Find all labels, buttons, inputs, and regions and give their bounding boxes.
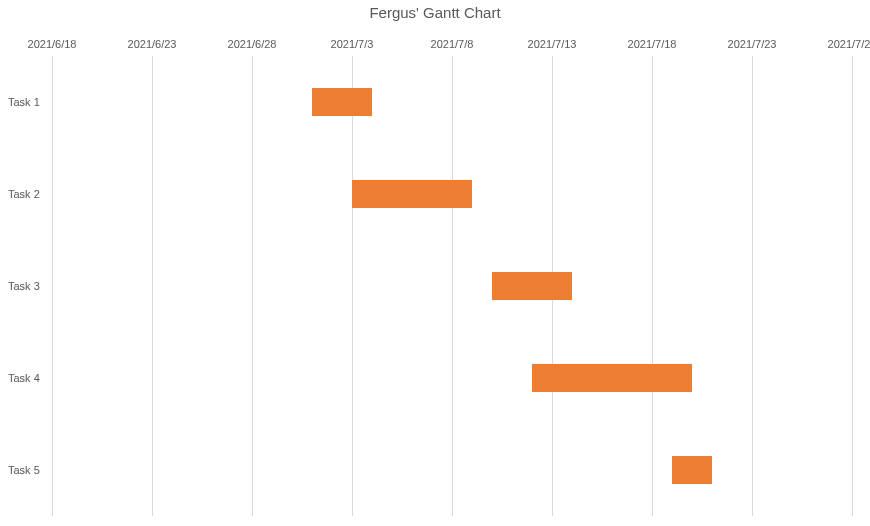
gridline <box>452 56 453 516</box>
x-axis-tick: 2021/7/13 <box>528 38 577 50</box>
gantt-bar <box>352 180 472 208</box>
x-axis-tick: 2021/7/18 <box>628 38 677 50</box>
x-axis-tick: 2021/7/8 <box>431 38 474 50</box>
gantt-bar <box>492 272 572 300</box>
y-axis-tick: Task 2 <box>8 188 40 200</box>
gridline <box>252 56 253 516</box>
y-axis-tick: Task 1 <box>8 96 40 108</box>
plot-area <box>52 56 852 516</box>
gridline <box>152 56 153 516</box>
gantt-chart: Fergus' Gantt Chart 2021/6/182021/6/2320… <box>0 0 870 526</box>
gridline <box>652 56 653 516</box>
gridline <box>852 56 853 516</box>
y-axis-tick: Task 4 <box>8 372 40 384</box>
x-axis-tick: 2021/7/28 <box>828 38 870 50</box>
x-axis-tick: 2021/6/23 <box>128 38 177 50</box>
gridline <box>352 56 353 516</box>
x-axis-tick: 2021/7/23 <box>728 38 777 50</box>
x-axis-tick: 2021/7/3 <box>331 38 374 50</box>
x-axis-tick: 2021/6/28 <box>228 38 277 50</box>
chart-title: Fergus' Gantt Chart <box>0 4 870 21</box>
gridline <box>752 56 753 516</box>
x-axis-tick: 2021/6/18 <box>28 38 77 50</box>
gantt-bar <box>532 364 692 392</box>
y-axis-tick: Task 3 <box>8 280 40 292</box>
gantt-bar <box>672 456 712 484</box>
y-axis-tick: Task 5 <box>8 464 40 476</box>
gridline <box>52 56 53 516</box>
gantt-bar <box>312 88 372 116</box>
